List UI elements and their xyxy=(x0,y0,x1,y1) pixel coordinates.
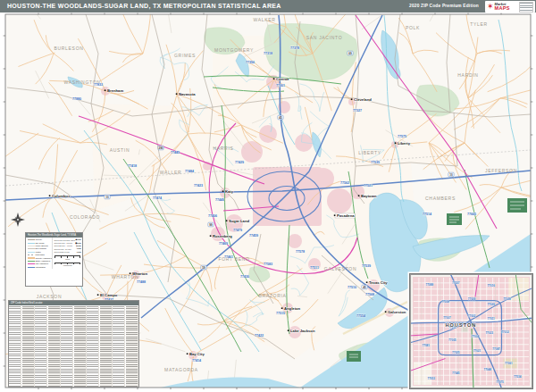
county-label: HARDIN xyxy=(457,72,478,78)
zip-code-label: 77833 xyxy=(94,83,103,87)
city-label: Pasadena xyxy=(337,213,355,218)
legend-swatch xyxy=(28,246,35,246)
inset-zip-label: 77028 xyxy=(503,297,511,301)
zip-code-label: 77880 xyxy=(72,97,81,101)
highway-shield: 59 xyxy=(201,265,206,270)
city-marker xyxy=(130,272,131,274)
zip-index-column xyxy=(9,306,21,388)
city-label: Lake Jackson xyxy=(290,329,315,333)
zip-index-column xyxy=(22,306,35,388)
zip-code-label: 77301 xyxy=(276,84,285,88)
inset-zip-label: 77007 xyxy=(443,316,451,320)
zip-code-label: 77474 xyxy=(153,196,162,200)
county-label: BURLESON xyxy=(54,46,83,51)
zip-code-label: 77488 xyxy=(137,280,146,284)
highway-shield: 45 xyxy=(278,115,283,120)
zip-code-label: 77418 xyxy=(128,164,137,168)
city-label: Baytown xyxy=(361,194,377,198)
zip-code-label: 77318 xyxy=(264,52,272,55)
zip-index-columns xyxy=(9,306,138,388)
zip-code-label: 77510 xyxy=(348,286,356,289)
zip-index-panel: ZIP Code Index/Grid Locator xyxy=(8,300,139,388)
legend-swatch xyxy=(28,239,35,240)
city-label: Liberty xyxy=(398,141,411,146)
zip-code-label: 77449 xyxy=(215,198,224,202)
legend-city-class: Cities Under 5,000·City xyxy=(53,251,82,254)
inset-zip-label: 77061 xyxy=(505,362,513,365)
city-label: Cleveland xyxy=(354,97,372,102)
city-label: Bay City xyxy=(189,352,205,356)
city-marker xyxy=(281,307,283,309)
zip-code-label: 77429 xyxy=(235,161,244,164)
legend-item: Interstates xyxy=(26,266,52,269)
inset-zip-label: 77005 xyxy=(448,338,456,342)
zip-code-label: 77459 xyxy=(249,234,258,238)
inset-zip-label: 77004 xyxy=(472,335,480,338)
svg-text:45: 45 xyxy=(363,286,366,289)
city-marker xyxy=(288,329,289,331)
zip-index-column xyxy=(35,306,47,388)
county-label: JEFFERSON xyxy=(485,168,517,173)
legend-swatch xyxy=(28,248,35,249)
city-marker xyxy=(334,214,336,216)
city-label: El Campo xyxy=(100,293,118,297)
zip-index-column xyxy=(61,306,73,388)
city-marker xyxy=(49,195,51,196)
city-marker xyxy=(210,235,212,237)
zip-code-label: 77378 xyxy=(290,46,299,50)
legend-city-classes: Cities 100,000 and Above★CityCities 50,0… xyxy=(52,238,82,269)
svg-text:99: 99 xyxy=(209,223,213,227)
highway-shield: 69 xyxy=(348,51,353,55)
zip-index-column xyxy=(48,306,61,388)
zip-code-label: 77535 xyxy=(371,161,380,164)
zip-code-label: 77356 xyxy=(246,61,255,64)
county-label: FORT BEND xyxy=(218,256,249,262)
highway-shield: 10 xyxy=(105,195,110,199)
zip-code-label: 77665 xyxy=(467,213,476,216)
city-label: Conroe xyxy=(276,77,289,81)
county-label: SAN JACINTO xyxy=(306,35,343,40)
zip-code-label: 77479 xyxy=(233,229,242,232)
county-label: GALVESTON xyxy=(324,266,356,271)
inset-zip-label: 77016 xyxy=(487,284,495,288)
city-label: Sugar Land xyxy=(229,219,249,223)
county-label: HARRIS xyxy=(213,146,233,151)
inset-zip-label: 77025 xyxy=(452,351,460,354)
zip-code-label: 77521 xyxy=(364,184,373,188)
city-label: Brenham xyxy=(107,88,123,93)
county-label: AUSTIN xyxy=(110,147,130,153)
inset-zip-label: 77034 xyxy=(514,375,522,379)
zip-code-label: 77514 xyxy=(423,213,431,216)
city-marker xyxy=(385,311,387,313)
city-marker xyxy=(351,98,353,100)
county-label: POLK xyxy=(406,25,420,30)
inset-zip-label: 77053 xyxy=(427,377,435,380)
city-label: Wharton xyxy=(132,271,147,276)
legend-line-items: CountyZIP CodeMinor StreetsExit RampsWat… xyxy=(26,238,52,269)
county-label: GRIMES xyxy=(174,53,196,58)
inset-zip-label: 77081 xyxy=(423,344,431,347)
county-label: JACKSON xyxy=(37,294,63,299)
city-label: Katy xyxy=(225,189,234,194)
zip-code-label: 77515 xyxy=(276,312,285,315)
inset-zip-label: 77002 xyxy=(468,314,476,318)
zip-code-label: 77327 xyxy=(353,109,362,113)
inset-city-label: HOUSTON xyxy=(445,322,476,328)
county-label: TYLER xyxy=(470,21,488,27)
zip-code-label: 77414 xyxy=(192,359,201,363)
city-marker xyxy=(366,281,368,283)
zip-code-label: 77568 xyxy=(365,293,374,296)
inset-zip-label: 77048 xyxy=(483,368,491,371)
legend-scale-bar: Miles xyxy=(53,255,82,260)
city-label: Columbus xyxy=(52,194,71,198)
city-label: Texas City xyxy=(369,280,388,285)
city-label: Rosenberg xyxy=(213,234,232,238)
svg-text:10: 10 xyxy=(105,196,109,199)
zip-index-column xyxy=(100,306,113,388)
zip-code-label: 77406 xyxy=(208,214,217,218)
zip-code-label: 77583 xyxy=(264,263,272,266)
county-label: CHAMBERS xyxy=(425,196,456,201)
zip-index-header: ZIP Code Index/Grid Locator xyxy=(9,301,138,305)
inset-zip-label: 77087 xyxy=(492,347,500,351)
legend-swatch xyxy=(28,263,35,264)
